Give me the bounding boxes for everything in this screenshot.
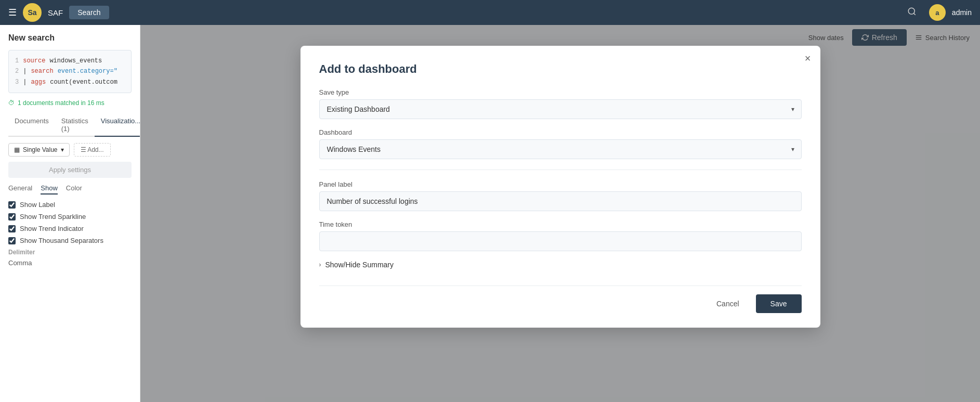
add-label: Add... xyxy=(87,146,103,153)
add-icon: ☰ xyxy=(81,146,86,153)
time-token-group: Time token xyxy=(319,221,802,251)
add-to-dashboard-modal: × Add to dashboard Save type Existing Da… xyxy=(300,46,820,328)
single-value-label: Single Value xyxy=(23,146,58,153)
delimiter-label: Delimiter xyxy=(8,249,132,256)
add-button[interactable]: ☰ Add... xyxy=(74,143,111,157)
logo-circle: Sa xyxy=(23,3,42,22)
nav-avatar[interactable]: a xyxy=(929,4,946,21)
dashboard-group: Dashboard Windows Events ▾ xyxy=(319,128,802,159)
panel-label-group: Panel label xyxy=(319,180,802,211)
apply-settings-button[interactable]: Apply settings xyxy=(8,162,132,178)
show-label-text: Show Label xyxy=(20,201,55,209)
summary-chevron-icon: › xyxy=(319,261,321,268)
modal-overlay: × Add to dashboard Save type Existing Da… xyxy=(140,25,980,402)
subtab-color[interactable]: Color xyxy=(66,184,82,194)
show-label-checkbox[interactable] xyxy=(8,201,16,209)
save-button[interactable]: Save xyxy=(756,294,802,313)
divider-1 xyxy=(319,170,802,170)
save-type-select-wrapper: Existing Dashboard New Dashboard ▾ xyxy=(319,99,802,119)
save-type-label: Save type xyxy=(319,88,802,96)
top-nav: ☰ Sa SAF Search a admin xyxy=(0,0,980,25)
page-title: New search xyxy=(8,33,132,43)
nav-brand: SAF xyxy=(48,8,63,17)
show-trend-indicator-checkbox[interactable] xyxy=(8,225,16,232)
nav-username: admin xyxy=(952,8,972,17)
single-value-icon: ▦ xyxy=(14,146,20,153)
subtab-show[interactable]: Show xyxy=(41,184,58,194)
show-trend-sparkline-text: Show Trend Sparkline xyxy=(20,213,86,221)
show-thousand-separators-text: Show Thousand Separators xyxy=(20,237,103,244)
modal-footer: Cancel Save xyxy=(319,286,802,313)
delimiter-value: Comma xyxy=(8,259,132,267)
modal-title: Add to dashboard xyxy=(319,62,802,76)
hamburger-icon[interactable]: ☰ xyxy=(8,7,17,18)
code-line-2: 2 | search event.category=" xyxy=(15,66,125,76)
checkbox-show-trend-indicator: Show Trend Indicator xyxy=(8,225,132,232)
right-content: Show dates Refresh Search History × Add … xyxy=(140,25,980,402)
dashboard-select[interactable]: Windows Events xyxy=(319,139,802,159)
show-thousand-separators-checkbox[interactable] xyxy=(8,237,16,244)
svg-point-0 xyxy=(908,8,914,14)
tab-statistics[interactable]: Statistics (1) xyxy=(55,114,95,137)
modal-close-button[interactable]: × xyxy=(805,53,811,63)
code-line-3: 3 | aggs count(event.outcom xyxy=(15,77,125,87)
panel-label-label: Panel label xyxy=(319,180,802,188)
code-editor[interactable]: 1 source windows_events 2 | search event… xyxy=(8,50,132,93)
code-line-1: 1 source windows_events xyxy=(15,56,125,66)
cancel-button[interactable]: Cancel xyxy=(706,294,750,313)
show-trend-indicator-text: Show Trend Indicator xyxy=(20,225,84,232)
dashboard-label: Dashboard xyxy=(319,128,802,136)
matched-docs-text: 1 documents matched in 16 ms xyxy=(18,99,104,107)
panel-label-input[interactable] xyxy=(319,191,802,211)
single-value-button[interactable]: ▦ Single Value ▾ xyxy=(8,143,70,157)
checkbox-show-trend-sparkline: Show Trend Sparkline xyxy=(8,213,132,221)
checkbox-show-thousand-separators: Show Thousand Separators xyxy=(8,237,132,244)
time-token-label: Time token xyxy=(319,221,802,228)
main-layout: New search 1 source windows_events 2 | s… xyxy=(0,25,980,402)
controls-row: ▦ Single Value ▾ ☰ Add... xyxy=(8,143,132,157)
matched-docs: ⏱ 1 documents matched in 16 ms xyxy=(8,99,132,107)
clock-icon: ⏱ xyxy=(8,99,15,107)
tabs-bar: Documents Statistics (1) Visualizatio... xyxy=(8,114,132,137)
time-token-input[interactable] xyxy=(319,231,802,251)
nav-search-button[interactable]: Search xyxy=(69,6,109,19)
show-trend-sparkline-checkbox[interactable] xyxy=(8,213,16,221)
dashboard-select-wrapper: Windows Events ▾ xyxy=(319,139,802,159)
nav-search-icon[interactable] xyxy=(907,7,917,19)
save-type-group: Save type Existing Dashboard New Dashboa… xyxy=(319,88,802,119)
subtab-general[interactable]: General xyxy=(8,184,32,194)
summary-toggle-label: Show/Hide Summary xyxy=(325,261,394,269)
checkbox-show-label: Show Label xyxy=(8,201,132,209)
single-value-chevron-icon: ▾ xyxy=(61,146,64,153)
left-panel: New search 1 source windows_events 2 | s… xyxy=(0,25,140,402)
save-type-select[interactable]: Existing Dashboard New Dashboard xyxy=(319,99,802,119)
show-hide-summary-button[interactable]: › Show/Hide Summary xyxy=(319,261,394,269)
svg-line-1 xyxy=(913,13,915,15)
tab-visualization[interactable]: Visualizatio... xyxy=(95,114,140,137)
subtabs: General Show Color xyxy=(8,184,132,194)
tab-documents[interactable]: Documents xyxy=(8,114,55,137)
